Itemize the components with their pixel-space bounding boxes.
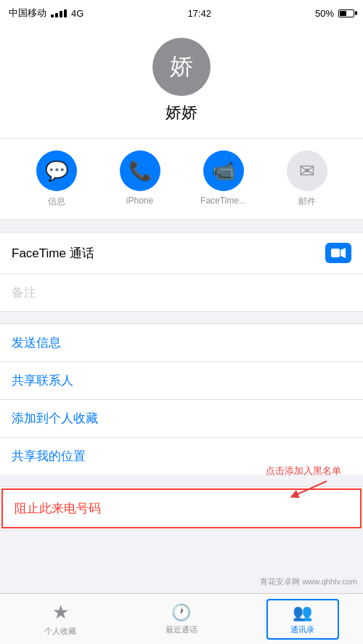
phone-label: iPhone xyxy=(126,196,153,206)
svg-line-3 xyxy=(294,481,327,496)
contacts-icon: 👥 xyxy=(293,603,312,622)
status-left: 中国移动 4G xyxy=(9,7,83,20)
block-wrapper: 点击添加入黑名单 阻止此来电号码 xyxy=(0,486,363,545)
battery-percent: 50% xyxy=(315,8,334,19)
action-list: 发送信息 共享联系人 添加到个人收藏 共享我的位置 xyxy=(0,323,363,475)
avatar-text: 娇 xyxy=(170,51,193,83)
annotation-arrow-icon xyxy=(283,478,341,499)
notes-placeholder[interactable]: 备注 xyxy=(0,274,363,311)
recents-label: 最近通话 xyxy=(166,624,197,635)
tab-favorites[interactable]: ★ 个人收藏 xyxy=(24,601,97,637)
favorites-label: 个人收藏 xyxy=(44,626,76,637)
contact-header: 娇 娇娇 xyxy=(0,26,363,139)
facetime-call-icon xyxy=(325,243,351,263)
network-label: 4G xyxy=(71,8,83,19)
contacts-label: 通讯录 xyxy=(290,624,314,635)
facetime-video-action-button[interactable]: 📹 FaceTime... xyxy=(195,150,253,208)
status-right: 50% xyxy=(315,8,354,19)
contact-name: 娇娇 xyxy=(166,102,197,124)
main-content: 娇 娇娇 💬 信息 📞 iPhone 📹 FaceTime... ✉ 邮件 Fa… xyxy=(0,26,363,593)
share-contact-item[interactable]: 共享联系人 xyxy=(0,362,363,400)
recents-icon: 🕐 xyxy=(171,603,191,622)
watermark: 青花安卓网 www.qhhlv.com xyxy=(260,576,357,587)
signal-icon xyxy=(51,9,67,17)
time-label: 17:42 xyxy=(187,8,211,19)
tab-contacts[interactable]: 👥 通讯录 xyxy=(266,599,339,640)
mail-label: 邮件 xyxy=(298,196,316,208)
svg-rect-0 xyxy=(331,249,340,257)
message-action-button[interactable]: 💬 信息 xyxy=(28,150,86,208)
svg-marker-1 xyxy=(340,248,346,258)
facetime-video-label: FaceTime... xyxy=(200,196,246,206)
send-message-item[interactable]: 发送信息 xyxy=(0,324,363,362)
add-to-favorites-item[interactable]: 添加到个人收藏 xyxy=(0,400,363,438)
bottom-spacer xyxy=(0,531,363,545)
facetime-label: FaceTime 通话 xyxy=(12,245,94,262)
facetime-video-icon: 📹 xyxy=(203,150,244,191)
phone-action-button[interactable]: 📞 iPhone xyxy=(111,150,169,208)
facetime-row[interactable]: FaceTime 通话 xyxy=(0,233,363,274)
message-label: 信息 xyxy=(48,196,65,208)
phone-icon: 📞 xyxy=(120,150,160,191)
battery-icon xyxy=(338,9,354,17)
action-buttons-row: 💬 信息 📞 iPhone 📹 FaceTime... ✉ 邮件 xyxy=(0,139,363,220)
status-bar: 中国移动 4G 17:42 50% xyxy=(0,0,363,26)
annotation-text: 点击添加入黑名单 xyxy=(266,464,341,478)
facetime-section: FaceTime 通话 备注 xyxy=(0,232,363,312)
annotation: 点击添加入黑名单 xyxy=(266,464,341,499)
message-icon: 💬 xyxy=(36,150,77,191)
favorites-icon: ★ xyxy=(52,601,69,624)
tab-bar: ★ 个人收藏 🕐 最近通话 👥 通讯录 xyxy=(0,593,363,644)
mail-icon: ✉ xyxy=(287,150,327,191)
mail-action-button[interactable]: ✉ 邮件 xyxy=(278,150,336,208)
avatar: 娇 xyxy=(152,38,211,96)
carrier-label: 中国移动 xyxy=(9,7,46,20)
tab-recents[interactable]: 🕐 最近通话 xyxy=(145,603,218,635)
